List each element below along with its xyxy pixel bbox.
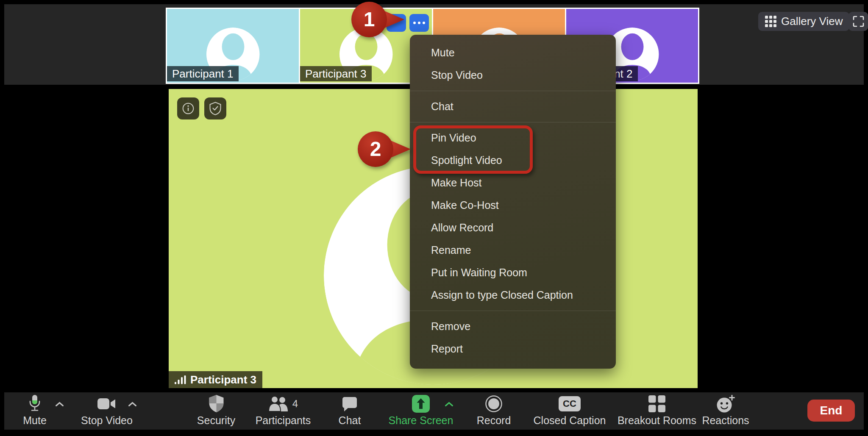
info-icon: [182, 102, 195, 115]
microphone-icon: [28, 394, 42, 413]
participants-label: Participants: [256, 414, 311, 427]
end-meeting-button[interactable]: End: [807, 400, 855, 422]
active-speaker-name: Participant 3: [190, 373, 256, 386]
closed-caption-icon: CC: [559, 396, 581, 411]
menu-item-mute[interactable]: Mute: [410, 42, 616, 64]
breakout-rooms-icon: [648, 395, 665, 412]
security-label: Security: [197, 414, 235, 427]
menu-item-assign-closed-caption[interactable]: Assign to type Closed Caption: [410, 284, 616, 306]
participant-name-label: Participant 3: [300, 66, 372, 81]
share-screen-label: Share Screen: [389, 414, 453, 427]
camera-icon: [97, 398, 116, 410]
menu-item-allow-record[interactable]: Allow Record: [410, 217, 616, 239]
menu-item-put-in-waiting-room[interactable]: Put in Waiting Room: [410, 261, 616, 284]
record-label: Record: [477, 414, 511, 427]
gallery-view-label: Gallery View: [781, 15, 843, 28]
menu-item-chat[interactable]: Chat: [410, 95, 616, 118]
share-screen-icon: [412, 395, 430, 413]
zoom-meeting-window: Participant 1 Participant 3: [0, 0, 868, 436]
video-security-button[interactable]: [204, 97, 226, 119]
audio-level-bars-icon: [175, 375, 186, 384]
closed-caption-label: Closed Caption: [534, 414, 606, 427]
gallery-view-button[interactable]: Gallery View: [758, 12, 849, 31]
closed-caption-button[interactable]: CC Closed Caption: [523, 393, 616, 427]
ellipsis-icon: [418, 22, 420, 24]
thumbnail-more-options-button[interactable]: [409, 14, 429, 32]
callout-number: 2: [370, 138, 381, 160]
stop-video-button[interactable]: Stop Video: [60, 393, 153, 427]
stop-video-label: Stop Video: [81, 414, 133, 427]
menu-item-make-co-host[interactable]: Make Co-Host: [410, 194, 616, 217]
participants-icon: [268, 396, 289, 411]
active-speaker-nametag: Participant 3: [169, 371, 262, 388]
ellipsis-icon: [413, 22, 416, 24]
shield-check-icon: [209, 102, 222, 115]
video-thumbnail-participant-1[interactable]: Participant 1: [167, 9, 299, 83]
reactions-label: Reactions: [702, 414, 749, 427]
menu-separator: [410, 311, 616, 311]
reactions-smiley-icon: [716, 395, 735, 413]
participants-count: 4: [292, 398, 298, 410]
reactions-button[interactable]: Reactions: [679, 393, 772, 427]
menu-separator: [410, 91, 616, 91]
menu-item-make-host[interactable]: Make Host: [410, 172, 616, 194]
annotation-highlight-box: [413, 125, 533, 174]
fullscreen-icon: [853, 16, 864, 27]
annotation-callout-1: 1: [350, 1, 406, 39]
chat-label: Chat: [339, 414, 361, 427]
security-shield-icon: [209, 394, 224, 413]
callout-number: 1: [364, 8, 375, 31]
ellipsis-icon: [423, 22, 425, 24]
grid-icon: [765, 16, 776, 27]
video-info-button[interactable]: [177, 97, 199, 119]
fullscreen-button[interactable]: [849, 12, 868, 31]
menu-item-rename[interactable]: Rename: [410, 239, 616, 261]
participant-name-label: Participant 1: [167, 66, 239, 81]
annotation-callout-2: 2: [356, 131, 412, 169]
video-options-chevron[interactable]: [128, 402, 137, 407]
mute-label: Mute: [23, 414, 47, 427]
menu-item-report[interactable]: Report: [410, 338, 616, 360]
meeting-toolbar: Mute Stop Video: [4, 392, 864, 430]
record-icon: [485, 395, 503, 413]
participant-context-menu: Mute Stop Video Chat Pin Video Spotlight…: [410, 35, 616, 369]
chat-bubble-icon: [342, 396, 358, 411]
menu-item-stop-video[interactable]: Stop Video: [410, 64, 616, 86]
menu-separator: [410, 122, 616, 122]
menu-item-remove[interactable]: Remove: [410, 315, 616, 338]
